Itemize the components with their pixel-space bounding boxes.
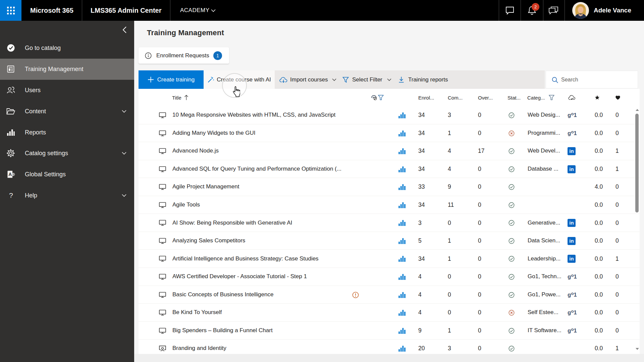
svg-text:?: ? [9, 191, 13, 199]
svg-text:A: A [8, 172, 12, 177]
